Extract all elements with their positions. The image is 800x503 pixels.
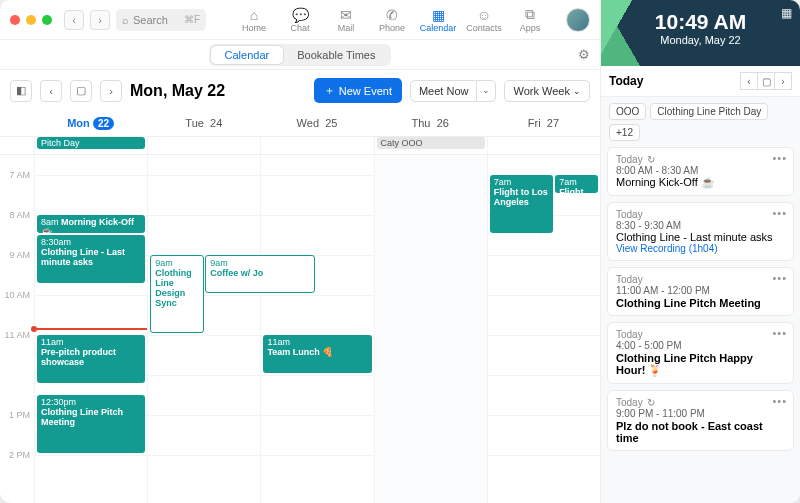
agenda-list[interactable]: ••• Today ↻ 8:00 AM - 8:30 AM Morning Ki… xyxy=(601,147,800,503)
search-input[interactable]: ⌕ Search ⌘F xyxy=(116,9,206,31)
all-day-row: Pitch Day Caty OOO xyxy=(0,137,600,155)
agenda-item[interactable]: ••• Today 11:00 AM - 12:00 PM Clothing L… xyxy=(607,267,794,316)
prev-period-button[interactable]: ‹ xyxy=(40,80,62,102)
agenda-item[interactable]: ••• Today 8:30 - 9:30 AM Clothing Line -… xyxy=(607,202,794,261)
event[interactable]: 11amTeam Lunch 🍕 xyxy=(263,335,371,373)
subnav-pills: Calendar Bookable Times xyxy=(209,44,392,66)
home-icon: ⌂ xyxy=(246,7,262,23)
more-icon[interactable]: ••• xyxy=(772,207,787,219)
day-header-wed[interactable]: Wed 25 xyxy=(260,115,373,132)
time-axis: 7 AM 8 AM 9 AM 10 AM 11 AM 1 PM 2 PM xyxy=(0,155,34,503)
day-column-mon[interactable]: 8am Morning Kick-Off ☕ 8:30amClothing Li… xyxy=(34,155,147,503)
nav-apps[interactable]: ⧉Apps xyxy=(508,7,552,33)
tab-calendar[interactable]: Calendar xyxy=(211,46,284,64)
clock-widget: ▦ 10:49 AM Monday, May 22 xyxy=(601,0,800,66)
event[interactable]: 7amFlight to Los Angeles xyxy=(490,175,553,233)
profile-avatar[interactable] xyxy=(566,8,590,32)
decorative-leaves xyxy=(601,0,641,66)
view-recording-link[interactable]: View Recording (1h04) xyxy=(616,243,785,254)
view-select[interactable]: Work Week ⌄ xyxy=(504,80,590,102)
day-header-thu[interactable]: Thu 26 xyxy=(374,115,487,132)
calendar-icon: ▦ xyxy=(430,7,446,23)
more-icon[interactable]: ••• xyxy=(772,395,787,407)
day-column-tue[interactable]: 9amClothing Line Design Sync xyxy=(147,155,260,503)
agenda-next-button[interactable]: › xyxy=(774,72,792,90)
tab-bookable-times[interactable]: Bookable Times xyxy=(283,46,389,64)
day-header-mon[interactable]: Mon 22 xyxy=(34,115,147,132)
filter-pitch-day[interactable]: Clothing Line Pitch Day xyxy=(650,103,768,120)
nav-chat[interactable]: 💬Chat xyxy=(278,7,322,33)
settings-icon[interactable]: ⚙ xyxy=(578,47,590,62)
event[interactable]: 9amCoffee w/ Jo xyxy=(205,255,315,293)
agenda-filters: OOO Clothing Line Pitch Day +12 xyxy=(601,97,800,147)
event[interactable]: 7am Flight to xyxy=(555,175,598,193)
nav-phone[interactable]: ✆Phone xyxy=(370,7,414,33)
search-placeholder: Search xyxy=(133,14,168,26)
meet-now-dropdown[interactable]: ⌄ xyxy=(477,80,496,102)
toggle-sidebar-button[interactable]: ◧ xyxy=(10,80,32,102)
event[interactable]: 8:30amClothing Line - Last minute asks xyxy=(37,235,145,283)
repeat-icon: ↻ xyxy=(647,154,655,165)
event[interactable]: 9amClothing Line Design Sync xyxy=(150,255,204,333)
traffic-lights xyxy=(10,15,52,25)
nav-back-button[interactable]: ‹ xyxy=(64,10,84,30)
minimize-window-button[interactable] xyxy=(26,15,36,25)
today-button[interactable]: ▢ xyxy=(70,80,92,102)
chat-icon: 💬 xyxy=(292,7,308,23)
agenda-header: Today ‹ ▢ › xyxy=(601,66,800,97)
repeat-icon: ↻ xyxy=(647,397,655,408)
nav-mail[interactable]: ✉Mail xyxy=(324,7,368,33)
calendar-widget-icon[interactable]: ▦ xyxy=(781,6,792,20)
day-header-row: Mon 22 Tue 24 Wed 25 Thu 26 Fri 27 xyxy=(0,111,600,137)
day-header-tue[interactable]: Tue 24 xyxy=(147,115,260,132)
chevron-down-icon: ⌄ xyxy=(573,86,581,96)
close-window-button[interactable] xyxy=(10,15,20,25)
day-column-fri[interactable]: 7amFlight to Los Angeles 7am Flight to xyxy=(487,155,600,503)
search-shortcut: ⌘F xyxy=(184,14,200,25)
next-period-button[interactable]: › xyxy=(100,80,122,102)
meet-now-button[interactable]: Meet Now xyxy=(410,80,478,102)
filter-more[interactable]: +12 xyxy=(609,124,640,141)
nav-contacts[interactable]: ☺Contacts xyxy=(462,7,506,33)
search-icon: ⌕ xyxy=(122,14,129,26)
agenda-item[interactable]: ••• Today 4:00 - 5:00 PM Clothing Line P… xyxy=(607,322,794,384)
event[interactable]: 12:30pmClothing Line Pitch Meeting xyxy=(37,395,145,453)
agenda-sidebar: ▦ 10:49 AM Monday, May 22 Today ‹ ▢ › OO… xyxy=(600,0,800,503)
agenda-item[interactable]: ••• Today ↻ 8:00 AM - 8:30 AM Morning Ki… xyxy=(607,147,794,196)
agenda-item[interactable]: ••• Today ↻ 9:00 PM - 11:00 PM Plz do no… xyxy=(607,390,794,451)
agenda-label: Today xyxy=(609,74,643,88)
calendar-header: ◧ ‹ ▢ › Mon, May 22 ＋New Event Meet Now … xyxy=(0,70,600,111)
main-pane: ‹ › ⌕ Search ⌘F ⌂Home 💬Chat ✉Mail ✆Phone… xyxy=(0,0,600,503)
page-title: Mon, May 22 xyxy=(130,82,225,100)
now-indicator xyxy=(35,328,147,330)
window-titlebar: ‹ › ⌕ Search ⌘F ⌂Home 💬Chat ✉Mail ✆Phone… xyxy=(0,0,600,40)
more-icon[interactable]: ••• xyxy=(772,327,787,339)
zoom-window-button[interactable] xyxy=(42,15,52,25)
day-column-wed[interactable]: 9amCoffee w/ Jo 11amTeam Lunch 🍕 xyxy=(260,155,373,503)
calendar-grid[interactable]: 7 AM 8 AM 9 AM 10 AM 11 AM 1 PM 2 PM 8am… xyxy=(0,155,600,503)
nav-home[interactable]: ⌂Home xyxy=(232,7,276,33)
calendar-subnav: Calendar Bookable Times ⚙ xyxy=(0,40,600,70)
day-column-thu[interactable] xyxy=(374,155,487,503)
app-nav: ⌂Home 💬Chat ✉Mail ✆Phone ▦Calendar ☺Cont… xyxy=(232,7,552,33)
nav-calendar[interactable]: ▦Calendar xyxy=(416,7,460,33)
plus-icon: ＋ xyxy=(324,83,335,98)
nav-forward-button[interactable]: › xyxy=(90,10,110,30)
more-icon[interactable]: ••• xyxy=(772,272,787,284)
phone-icon: ✆ xyxy=(384,7,400,23)
contacts-icon: ☺ xyxy=(476,7,492,23)
new-event-button[interactable]: ＋New Event xyxy=(314,78,402,103)
event[interactable]: 8am Morning Kick-Off ☕ xyxy=(37,215,145,233)
allday-event[interactable]: Pitch Day xyxy=(37,137,145,149)
mail-icon: ✉ xyxy=(338,7,354,23)
allday-event[interactable]: Caty OOO xyxy=(377,137,485,149)
filter-ooo[interactable]: OOO xyxy=(609,103,646,120)
agenda-today-button[interactable]: ▢ xyxy=(757,72,775,90)
agenda-prev-button[interactable]: ‹ xyxy=(740,72,758,90)
app-window: ‹ › ⌕ Search ⌘F ⌂Home 💬Chat ✉Mail ✆Phone… xyxy=(0,0,800,503)
apps-icon: ⧉ xyxy=(522,7,538,23)
more-icon[interactable]: ••• xyxy=(772,152,787,164)
event[interactable]: 11amPre-pitch product showcase xyxy=(37,335,145,383)
day-header-fri[interactable]: Fri 27 xyxy=(487,115,600,132)
